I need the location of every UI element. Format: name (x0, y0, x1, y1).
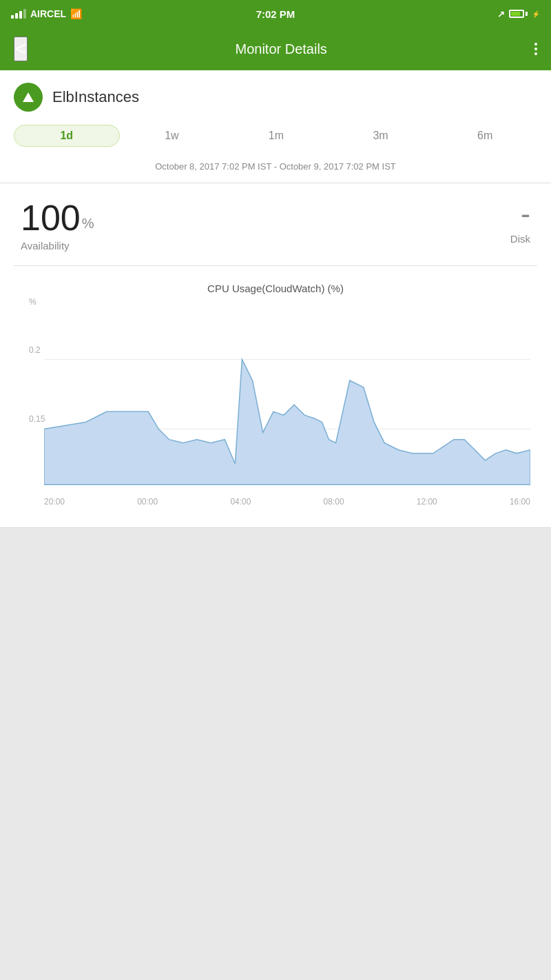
location-icon: ↗ (497, 9, 505, 19)
bottom-section (0, 528, 551, 852)
x-label-1600: 16:00 (510, 497, 530, 507)
chart-svg (44, 304, 530, 491)
x-label-0000: 00:00 (137, 497, 158, 507)
status-right: ↗ ⚡ (497, 9, 540, 19)
period-3m[interactable]: 3m (329, 124, 433, 147)
x-label-1200: 12:00 (417, 497, 437, 507)
signal-bars-icon (11, 9, 26, 19)
availability-stat: 100% Availability (21, 200, 276, 252)
chart-title: CPU Usage(CloudWatch) (%) (0, 283, 551, 294)
period-1d[interactable]: 1d (14, 125, 120, 147)
period-selector: 1d 1w 1m 3m 6m (0, 124, 551, 157)
y-label-pct: % (29, 297, 37, 307)
disk-label: Disk (510, 233, 530, 245)
status-bar: AIRCEL 📶 7:02 PM ↗ ⚡ (0, 0, 551, 28)
status-left: AIRCEL 📶 (11, 8, 82, 19)
stats-row: 100% Availability - Disk (0, 183, 551, 258)
app-header: < Monitor Details (0, 28, 551, 70)
stats-divider (14, 265, 537, 266)
x-label-0800: 08:00 (324, 497, 344, 507)
main-content: ElbInstances 1d 1w 1m 3m 6m October 8, 2… (0, 70, 551, 528)
chart-container: % 0.2 0.15 20:00 (0, 304, 551, 513)
availability-unit: % (82, 216, 94, 230)
y-label-02: 0.2 (29, 345, 41, 355)
status-time: 7:02 PM (256, 8, 295, 20)
monitor-name: ElbInstances (52, 88, 139, 106)
status-indicator (14, 83, 43, 112)
wifi-icon: 📶 (70, 8, 82, 19)
y-label-015: 0.15 (29, 414, 45, 424)
battery-icon (509, 10, 528, 18)
monitor-info: ElbInstances (0, 70, 551, 124)
availability-label: Availability (21, 240, 70, 252)
period-1m[interactable]: 1m (224, 124, 329, 147)
disk-stat: - Disk (276, 200, 530, 252)
x-labels: 20:00 00:00 04:00 08:00 12:00 16:00 (44, 494, 530, 507)
disk-value: - (521, 200, 530, 229)
chart-svg-wrapper (44, 304, 530, 494)
period-6m[interactable]: 6m (433, 124, 537, 147)
chart-area: % 0.2 0.15 20:00 (14, 304, 537, 507)
carrier-label: AIRCEL (30, 8, 66, 19)
up-arrow-icon (23, 92, 34, 102)
back-button[interactable]: < (14, 37, 28, 61)
charging-icon: ⚡ (532, 10, 540, 18)
period-1w[interactable]: 1w (120, 124, 225, 147)
date-range: October 8, 2017 7:02 PM IST - October 9,… (0, 157, 551, 183)
availability-value: 100% (21, 200, 94, 236)
page-title: Monitor Details (235, 41, 326, 57)
more-menu-button[interactable] (534, 43, 537, 55)
x-label-0400: 04:00 (230, 497, 251, 507)
chart-section: CPU Usage(CloudWatch) (%) % 0.2 0.15 (0, 273, 551, 513)
x-label-2000: 20:00 (44, 497, 65, 507)
